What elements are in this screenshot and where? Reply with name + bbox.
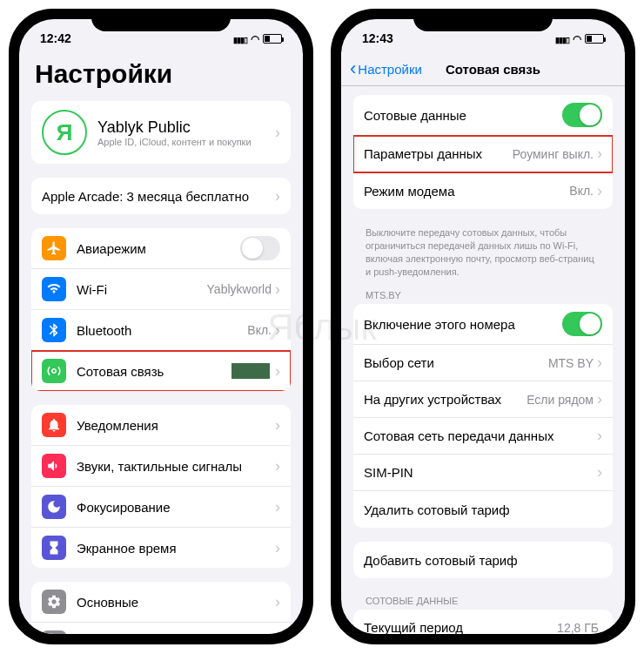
settings-content[interactable]: Настройки Я Yablyk Public Apple ID, iClo… [19,52,303,634]
phone-left: 12:42 Настройки Я Yablyk Public Apple ID… [9,9,313,644]
promo-group: Apple Arcade: 3 месяца бесплатно › [31,178,291,214]
data-options-label: Параметры данных [364,146,513,161]
usage-group: Текущий период 12,8 ГБ Текущий период ро… [353,610,613,634]
general-group: Основные › Пункт управления › AA Экран и… [31,582,291,634]
other-devices-label: На других устройствах [364,392,527,407]
cellular-data-toggle[interactable] [562,103,602,127]
data-options-row[interactable]: Параметры данных Роуминг выкл. › [353,136,613,172]
signal-icon [233,31,247,45]
network-row[interactable]: Выбор сети MTS BY › [353,345,613,381]
chevron-icon: › [275,457,280,475]
data-options-value: Роуминг выкл. [513,147,594,161]
notch [91,9,231,31]
network-label: Выбор сети [364,355,548,370]
screen-left: 12:42 Настройки Я Yablyk Public Apple ID… [19,19,303,634]
current-period-value: 12,8 ГБ [557,621,599,634]
chevron-icon: › [275,539,280,557]
add-plan-label: Добавить сотовый тариф [364,553,602,568]
wifi-icon [573,31,581,45]
chevron-icon: › [275,634,280,635]
cellular-data-row[interactable]: Сотовые данные [353,95,613,136]
cellular-label: Сотовая связь [77,364,231,379]
cellular-data-group: Сотовые данные Параметры данных Роуминг … [353,95,613,209]
chevron-icon: › [275,416,280,435]
speaker-icon [42,454,66,478]
bluetooth-row[interactable]: Bluetooth Вкл. › [31,310,291,351]
page-title: Настройки [35,59,291,89]
airplane-icon [42,236,66,260]
cellular-network-row[interactable]: Сотовая сеть передачи данных › [353,418,613,455]
current-period-row[interactable]: Текущий период 12,8 ГБ [353,610,613,634]
chevron-icon: › [597,463,602,482]
nav-title: Сотовая связь [370,62,616,77]
focus-label: Фокусирование [77,500,275,515]
delete-plan-row[interactable]: Удалить сотовый тариф [353,491,613,528]
wifi-label: Wi-Fi [77,282,207,297]
promo-row[interactable]: Apple Arcade: 3 месяца бесплатно › [31,178,291,214]
notifications-row[interactable]: Уведомления › [31,405,291,446]
wifi-row[interactable]: Wi-Fi Yablykworld › [31,269,291,310]
general-label: Основные [77,595,275,610]
wifi-row-icon [42,277,66,301]
section-header-data: СОТОВЫЕ ДАННЫЕ [353,592,613,610]
add-plan-row[interactable]: Добавить сотовый тариф [353,542,613,578]
chevron-icon: › [597,427,602,445]
phone-right: 12:43 ‹ Настройки Сотовая связь Сотовые … [331,9,635,644]
bluetooth-label: Bluetooth [77,323,247,338]
chevron-icon: › [275,124,280,142]
profile-row[interactable]: Я Yablyk Public Apple ID, iCloud, контен… [31,101,291,164]
sounds-label: Звуки, тактильные сигналы [77,459,275,474]
section-header-carrier: MTS.BY [353,287,613,304]
footer-text: Выключите передачу сотовых данных, чтобы… [353,223,613,287]
cellular-row[interactable]: Сотовая связь › [31,351,291,391]
hourglass-icon [42,536,66,560]
general-row[interactable]: Основные › [31,582,291,623]
chevron-icon: › [597,182,602,200]
nav-bar: ‹ Настройки Сотовая связь [341,52,625,86]
sim-pin-row[interactable]: SIM-PIN › [353,455,613,491]
time: 12:43 [362,31,393,45]
status-indicators [233,31,282,45]
chevron-icon: › [597,354,602,372]
battery-icon [263,34,282,44]
control-center-row[interactable]: Пункт управления › [31,623,291,634]
enable-line-toggle[interactable] [562,312,602,336]
chevron-left-icon: ‹ [350,57,356,80]
bluetooth-value: Вкл. [247,323,272,337]
sounds-row[interactable]: Звуки, тактильные сигналы › [31,446,291,487]
moon-icon [42,495,66,519]
sliders-icon [42,630,66,634]
airplane-label: Авиарежим [77,241,240,256]
enable-line-row[interactable]: Включение этого номера [353,304,613,345]
notch [413,9,553,31]
notifications-group: Уведомления › Звуки, тактильные сигналы … [31,405,291,568]
bell-icon [42,413,66,437]
battery-icon [585,34,604,44]
network-value: MTS BY [548,356,594,370]
cellular-value-redacted [231,363,270,379]
promo-label: Apple Arcade: 3 месяца бесплатно [42,189,275,204]
avatar: Я [42,110,87,155]
airplane-row[interactable]: Авиарежим [31,228,291,269]
gear-icon [42,590,66,614]
cellular-icon [42,359,66,383]
chevron-icon: › [275,362,280,381]
enable-line-label: Включение этого номера [364,317,562,332]
other-devices-row[interactable]: На других устройствах Если рядом › [353,381,613,418]
cellular-network-label: Сотовая сеть передачи данных [364,428,597,443]
chevron-icon: › [275,498,280,516]
screentime-label: Экранное время [77,541,275,556]
cellular-content[interactable]: Сотовые данные Параметры данных Роуминг … [341,86,625,634]
time: 12:42 [40,31,71,45]
focus-row[interactable]: Фокусирование › [31,487,291,528]
wifi-icon [251,31,259,45]
airplane-toggle[interactable] [240,236,280,260]
connectivity-group: Авиарежим Wi-Fi Yablykworld › Bluetooth … [31,228,291,391]
chevron-icon: › [275,187,280,206]
profile-sub: Apple ID, iCloud, контент и покупки [97,137,275,147]
current-period-label: Текущий период [364,620,557,634]
add-plan-group: Добавить сотовый тариф [353,542,613,578]
carrier-group: Включение этого номера Выбор сети MTS BY… [353,304,613,528]
hotspot-row[interactable]: Режим модема Вкл. › [353,172,613,209]
screentime-row[interactable]: Экранное время › [31,528,291,568]
